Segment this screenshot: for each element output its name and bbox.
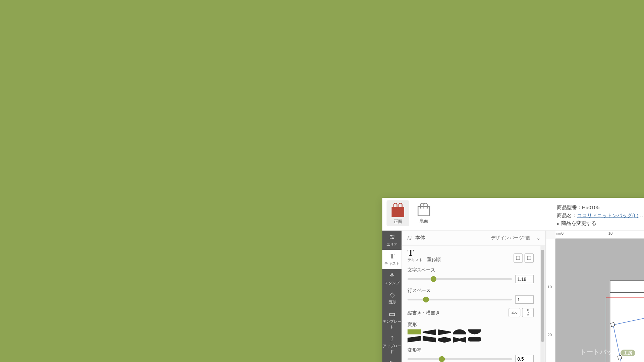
rail-template[interactable]: ▭テンプレート: [382, 308, 402, 333]
panel-body: T テキスト 重ね順 ❐ ❏ 文字スペース 行スペース: [402, 246, 540, 362]
rail-shape[interactable]: ◇図形: [382, 288, 402, 308]
view-tab-front[interactable]: 正面: [387, 200, 410, 227]
canvas[interactable]: © トートバッグ 工房: [555, 239, 644, 362]
transform-shape-8[interactable]: [438, 337, 451, 343]
rail-area[interactable]: ≋エリア: [382, 231, 402, 250]
header-bar: 正面 裏面 商品型番：H50105 商品名：コロリドコットンバッグ(L) … 商…: [382, 198, 644, 231]
orientation-label: 縦書き・横書き: [408, 309, 440, 316]
transform-shape-6[interactable]: [408, 336, 421, 342]
rail-stamp[interactable]: ⚘スタンプ: [382, 269, 402, 289]
send-backward-button[interactable]: ❏: [525, 253, 534, 263]
template-icon: ▭: [382, 310, 402, 317]
transform-shape-9[interactable]: [453, 337, 466, 343]
transform-shape-5[interactable]: [468, 329, 481, 335]
stack-order-label: 重ね順: [427, 256, 441, 263]
transform-shape-3[interactable]: [438, 329, 451, 336]
canvas-area: cm 0 10 20 30 40 50 60 10 20 30: [546, 231, 644, 362]
text-tool-label: テキスト: [408, 257, 423, 263]
product-model-value: H50105: [582, 204, 600, 210]
text-tool-icon: T: [408, 248, 423, 257]
shape-icon: ◇: [382, 291, 402, 298]
letter-spacing-input[interactable]: [515, 275, 534, 283]
product-name-ellipsis: …: [638, 213, 644, 219]
transform-shape-7[interactable]: [423, 336, 436, 342]
letter-spacing-slider[interactable]: [408, 278, 512, 280]
tool-rail: ≋エリア Tテキスト ⚘スタンプ ◇図形 ▭テンプレート ⤴アップロード ✎マイ…: [382, 231, 402, 362]
change-product-link[interactable]: 商品を変更する: [557, 220, 644, 228]
ruler-vertical: 10 20 30: [546, 239, 556, 362]
line-spacing-input[interactable]: [515, 295, 534, 304]
rail-upload[interactable]: ⤴アップロード: [382, 332, 402, 357]
parts-count: デザインパーツ2個: [491, 235, 531, 241]
transform-rate-input[interactable]: [515, 355, 534, 362]
text-icon: T: [382, 253, 402, 260]
ruler-horizontal: cm 0 10 20 30 40 50 60: [555, 231, 644, 239]
transform-label: 変形: [408, 321, 534, 328]
properties-panel: ≋ 本体 デザインパーツ2個 ⌄ T テキスト 重ね順 ❐ ❏ 文字スペース: [402, 231, 546, 362]
line-spacing-label: 行スペース: [408, 288, 534, 294]
panel-scrollbar[interactable]: [540, 246, 545, 362]
bag-back-icon: [415, 200, 433, 217]
line-spacing-slider[interactable]: [408, 299, 512, 300]
watermark: トートバッグ工房: [580, 348, 635, 357]
product-info: 商品型番：H50105 商品名：コロリドコットンバッグ(L) … 商品を変更する: [557, 204, 644, 228]
design-editor-window: 正面 裏面 商品型番：H50105 商品名：コロリドコットンバッグ(L) … 商…: [382, 198, 644, 362]
letter-spacing-label: 文字スペース: [408, 267, 534, 273]
product-model-label: 商品型番：: [557, 204, 582, 210]
resize-handle-tl[interactable]: [610, 322, 615, 327]
transform-shape-10[interactable]: [468, 337, 481, 342]
upload-icon: ⤴: [382, 335, 402, 342]
view-tabs: 正面 裏面: [382, 198, 439, 226]
product-name-label: 商品名：: [557, 213, 577, 219]
bag-front-icon: [389, 201, 407, 217]
orientation-horizontal-button[interactable]: abc: [508, 308, 520, 317]
area-layers-icon: ≋: [407, 234, 412, 241]
transform-rate-slider[interactable]: [408, 358, 512, 360]
area-title: 本体: [415, 234, 425, 241]
stamp-icon: ⚘: [382, 272, 402, 279]
product-name-link[interactable]: コロリドコットンバッグ(L): [577, 213, 638, 219]
view-tab-front-label: 正面: [394, 219, 402, 224]
mydesign-icon: ✎: [382, 360, 402, 362]
ruler-unit: cm: [556, 232, 561, 236]
transform-shape-2[interactable]: [423, 329, 436, 336]
transform-shape-1[interactable]: [408, 329, 421, 335]
view-tab-back-label: 裏面: [420, 218, 428, 223]
transform-shapes: [408, 329, 483, 343]
area-bar[interactable]: ≋ 本体 デザインパーツ2個 ⌄: [402, 231, 546, 246]
transform-shape-4[interactable]: [453, 329, 466, 335]
orientation-vertical-button[interactable]: a b c: [522, 308, 534, 317]
rail-text[interactable]: Tテキスト: [382, 250, 402, 269]
view-tab-back[interactable]: 裏面: [413, 200, 435, 227]
rail-mydesign[interactable]: ✎マイデザイン: [382, 357, 402, 362]
chevron-down-icon: ⌄: [536, 235, 541, 241]
transform-rate-label: 変形率: [408, 347, 534, 353]
bring-forward-button[interactable]: ❐: [514, 253, 523, 263]
layers-icon: ≋: [382, 233, 402, 240]
